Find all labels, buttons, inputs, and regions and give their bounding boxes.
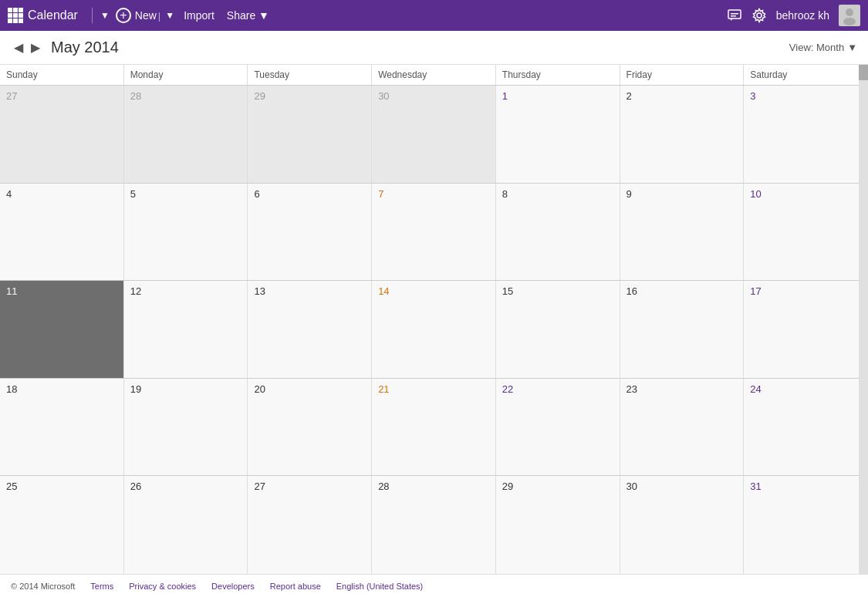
logo-area: Calendar: [8, 8, 81, 23]
username[interactable]: behrooz kh: [776, 9, 829, 22]
new-icon: +: [116, 8, 131, 23]
day-header-monday: Monday: [124, 65, 248, 85]
svg-point-3: [757, 13, 762, 18]
calendar-cell[interactable]: 3: [744, 86, 868, 183]
calendar-week-3: 18192021222324: [0, 379, 868, 477]
gear-icon[interactable]: [751, 8, 767, 23]
day-number: 24: [750, 383, 761, 395]
app-logo: [8, 8, 23, 23]
calendar-grid: 2728293012345678910111213141516171819202…: [0, 86, 868, 574]
day-number: 29: [502, 481, 513, 492]
calendar-cell[interactable]: 23: [620, 379, 745, 476]
month-title: May 2014: [51, 39, 119, 56]
calendar-cell[interactable]: 6: [248, 184, 372, 281]
dropdown-arrow[interactable]: ▼: [97, 7, 113, 24]
new-button[interactable]: + New: [116, 8, 157, 23]
day-number: 16: [627, 285, 637, 297]
calendar-week-4: 25262728293031: [0, 476, 868, 574]
next-month-button[interactable]: ▶: [28, 39, 43, 56]
day-number: 26: [130, 481, 141, 492]
day-number: 21: [378, 383, 389, 395]
calendar-cell[interactable]: 5: [124, 184, 248, 281]
calendar-cell[interactable]: 31: [744, 476, 868, 574]
day-header-sunday: Sunday: [0, 65, 124, 85]
day-number: 31: [750, 481, 761, 492]
calendar-cell[interactable]: 24: [744, 379, 868, 476]
calendar-cell[interactable]: 20: [248, 379, 372, 476]
day-number: 25: [6, 481, 17, 492]
day-number: 27: [254, 481, 265, 492]
calendar-cell[interactable]: 30: [372, 86, 496, 183]
day-number: 28: [378, 481, 389, 492]
scrollbar[interactable]: [859, 65, 868, 574]
calendar-week-2: 11121314151617: [0, 281, 868, 379]
header-right: behrooz kh: [727, 5, 860, 26]
prev-month-button[interactable]: ◀: [11, 39, 26, 56]
terms-link[interactable]: Terms: [90, 582, 113, 591]
developers-link[interactable]: Developers: [211, 582, 255, 591]
calendar-cell[interactable]: 26: [124, 476, 248, 574]
report-link[interactable]: Report abuse: [270, 582, 321, 591]
calendar-cell[interactable]: 21: [372, 379, 496, 476]
calendar-cell[interactable]: 1: [496, 86, 620, 183]
new-label: New: [135, 9, 157, 22]
privacy-link[interactable]: Privacy & cookies: [129, 582, 196, 591]
calendar-cell[interactable]: 22: [496, 379, 620, 476]
day-header-wednesday: Wednesday: [372, 65, 496, 85]
avatar[interactable]: [839, 5, 860, 26]
day-number: 13: [254, 285, 265, 297]
new-dropdown-arrow[interactable]: ▼: [162, 7, 177, 24]
chat-icon[interactable]: [727, 8, 742, 23]
calendar-cell[interactable]: 13: [248, 281, 372, 378]
day-headers: SundayMondayTuesdayWednesdayThursdayFrid…: [0, 65, 868, 86]
share-button[interactable]: Share ▼: [227, 9, 269, 22]
day-header-thursday: Thursday: [496, 65, 620, 85]
day-number: 7: [378, 188, 383, 200]
calendar-cell[interactable]: 7: [372, 184, 496, 281]
day-number: 4: [6, 188, 12, 200]
calendar-cell[interactable]: 19: [124, 379, 248, 476]
calendar-cell[interactable]: 28: [372, 476, 496, 574]
day-number: 11: [6, 285, 17, 297]
day-number: 29: [254, 90, 265, 102]
day-number: 2: [627, 90, 632, 102]
calendar-cell[interactable]: 9: [620, 184, 745, 281]
calendar-cell[interactable]: 27: [0, 86, 124, 183]
calendar-cell[interactable]: 17: [744, 281, 868, 378]
day-number: 15: [502, 285, 513, 297]
calendar-cell[interactable]: 15: [496, 281, 620, 378]
view-dropdown-icon: ▼: [847, 42, 857, 53]
app-header: Calendar ▼ + New | ▼ Import Share ▼ behr…: [0, 0, 868, 31]
calendar-cell[interactable]: 10: [744, 184, 868, 281]
calendar-cell[interactable]: 8: [496, 184, 620, 281]
language-link[interactable]: English (United States): [336, 582, 424, 591]
calendar-cell[interactable]: 27: [248, 476, 372, 574]
day-number: 6: [254, 188, 259, 200]
calendar-cell[interactable]: 12: [124, 281, 248, 378]
calendar-cell[interactable]: 16: [620, 281, 745, 378]
calendar-cell[interactable]: 4: [0, 184, 124, 281]
header-divider: [92, 8, 93, 23]
app-title: Calendar: [28, 8, 78, 22]
scrollbar-thumb[interactable]: [859, 65, 868, 80]
day-number: 27: [6, 90, 17, 102]
day-number: 19: [130, 383, 141, 395]
calendar-cell[interactable]: 2: [620, 86, 745, 183]
calendar-cell[interactable]: 14: [372, 281, 496, 378]
calendar-cell[interactable]: 11: [0, 281, 124, 378]
day-number: 28: [130, 90, 141, 102]
calendar-cell[interactable]: 28: [124, 86, 248, 183]
view-label: View: Month: [789, 42, 844, 53]
import-button[interactable]: Import: [184, 9, 214, 22]
calendar-cell[interactable]: 29: [496, 476, 620, 574]
calendar-cell[interactable]: 18: [0, 379, 124, 476]
day-number: 17: [750, 285, 761, 297]
day-number: 18: [6, 383, 17, 395]
calendar-cell[interactable]: 30: [620, 476, 745, 574]
view-selector[interactable]: View: Month ▼: [789, 42, 857, 53]
calendar-cell[interactable]: 29: [248, 86, 372, 183]
svg-rect-2: [731, 15, 736, 17]
day-number: 10: [750, 188, 761, 200]
calendar-cell[interactable]: 25: [0, 476, 124, 574]
calendar: SundayMondayTuesdayWednesdayThursdayFrid…: [0, 65, 868, 574]
